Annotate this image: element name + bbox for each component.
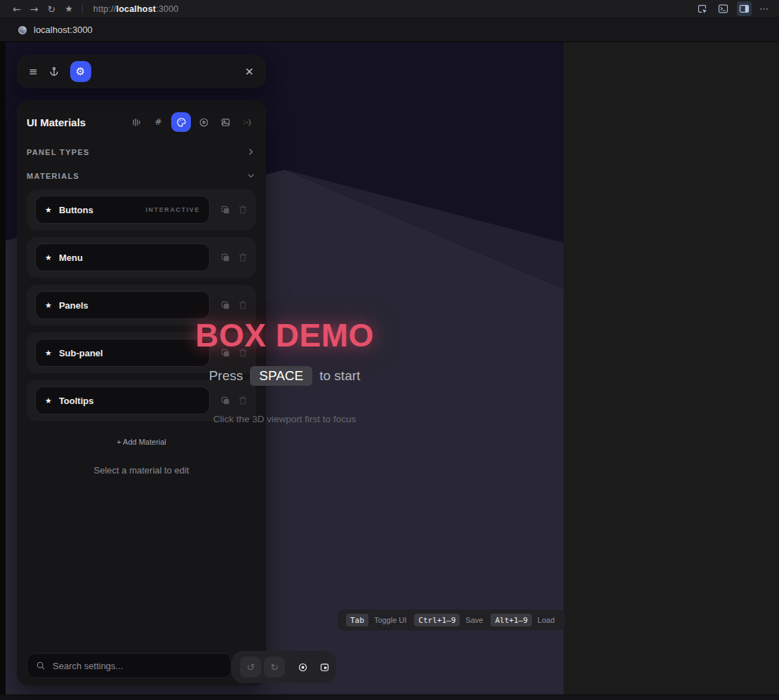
browser-toolbar: ← → ↻ ★ http://localhost:3000 ⋯ (0, 0, 779, 18)
material-item-buttons[interactable]: ★ Buttons INTERACTIVE (35, 196, 210, 224)
window-background-bottom (0, 694, 779, 700)
trash-icon[interactable] (237, 347, 248, 358)
material-label: Sub-panel (59, 348, 103, 358)
trash-icon[interactable] (237, 395, 248, 406)
material-item-panels[interactable]: ★ Panels (35, 291, 210, 319)
star-icon: ★ (45, 206, 52, 214)
quick-actions-group: ↺ ↻ (232, 651, 336, 683)
window-background-right (564, 42, 779, 694)
url-host: localhost (116, 4, 157, 14)
trash-icon[interactable] (237, 299, 248, 311)
row-actions (220, 204, 248, 215)
toolbar-divider (82, 4, 83, 13)
row-actions (220, 347, 248, 358)
more-menu-icon[interactable]: ⋯ (758, 4, 771, 13)
empty-selection-hint: Select a material to edit (17, 465, 266, 476)
panel-spacer (17, 476, 266, 653)
play-circle-icon[interactable] (195, 114, 213, 131)
material-row: ★ Buttons INTERACTIVE (27, 189, 256, 230)
material-item-menu[interactable]: ★ Menu (35, 243, 210, 271)
material-row: ★ Menu (27, 237, 256, 278)
floating-toolbar: ≡ ⚙ × (17, 55, 266, 88)
terminal-icon[interactable] (716, 1, 731, 16)
duplicate-icon[interactable] (220, 252, 231, 263)
panel-header-tools: # (128, 112, 256, 132)
chevron-right-icon (246, 147, 255, 156)
row-actions (220, 299, 248, 311)
sidebar-panel-icon[interactable] (737, 1, 752, 16)
smiley-icon[interactable]: :-) (239, 114, 256, 131)
sliders-icon[interactable] (128, 114, 145, 131)
trash-icon[interactable] (237, 204, 248, 215)
material-row: ★ Sub-panel (27, 332, 256, 373)
star-icon: ★ (45, 397, 52, 405)
hint-save: Save (465, 616, 483, 624)
hamburger-menu-icon[interactable]: ≡ (29, 67, 38, 77)
chevron-down-icon (246, 171, 255, 180)
material-label: Menu (59, 253, 83, 263)
record-target-icon[interactable] (298, 662, 308, 673)
back-icon[interactable]: ← (13, 4, 21, 14)
star-icon: ★ (45, 349, 52, 357)
star-icon: ★ (45, 302, 52, 309)
inspect-element-icon[interactable] (695, 1, 710, 16)
materials-list: ★ Buttons INTERACTIVE (17, 188, 266, 428)
duplicate-icon[interactable] (220, 299, 231, 311)
shortcut-hints-bar: Tab Toggle UI Ctrl+1–9 Save Alt+1–9 Load (338, 610, 565, 631)
globe-favicon (18, 25, 27, 35)
devtools-buttons: ⋯ (695, 1, 771, 16)
duplicate-icon[interactable] (220, 347, 231, 358)
material-label: Panels (59, 300, 88, 311)
reload-icon[interactable]: ↻ (47, 4, 55, 14)
add-material-button[interactable]: + Add Material (17, 438, 266, 446)
material-label: Tooltips (59, 396, 94, 406)
search-row (17, 653, 266, 685)
undo-button[interactable]: ↺ (240, 657, 261, 678)
section-label: MATERIALS (27, 172, 79, 180)
url-scheme: http:// (93, 4, 116, 14)
section-materials[interactable]: MATERIALS (17, 164, 266, 188)
left-gutter (0, 42, 6, 700)
url-port: :3000 (156, 4, 178, 14)
kbd-alt-1-9: Alt+1–9 (491, 614, 531, 626)
page-content: ≡ ⚙ × UI Materials # (0, 42, 779, 700)
search-settings-input[interactable] (51, 660, 222, 672)
panel-title: UI Materials (27, 116, 86, 128)
material-item-sub-panel[interactable]: ★ Sub-panel (35, 339, 210, 367)
section-panel-types[interactable]: PANEL TYPES (17, 140, 266, 164)
section-label: PANEL TYPES (27, 148, 90, 156)
hash-icon[interactable]: # (149, 114, 167, 131)
kbd-tab: Tab (346, 614, 368, 626)
address-bar[interactable]: http://localhost:3000 (93, 4, 179, 14)
panel-header: UI Materials # (17, 100, 266, 140)
duplicate-icon[interactable] (220, 395, 231, 406)
tab-bar: localhost:3000 (0, 18, 779, 42)
kbd-ctrl-1-9: Ctrl+1–9 (414, 614, 460, 626)
duplicate-icon[interactable] (220, 204, 231, 215)
material-row: ★ Tooltips (27, 380, 256, 421)
palette-icon[interactable] (171, 112, 191, 132)
trash-icon[interactable] (237, 252, 248, 263)
image-icon[interactable] (217, 114, 234, 131)
material-item-tooltips[interactable]: ★ Tooltips (35, 386, 210, 415)
redo-button[interactable]: ↻ (264, 657, 285, 678)
row-actions (220, 252, 248, 263)
ui-materials-panel: UI Materials # (17, 100, 266, 685)
forward-icon[interactable]: → (30, 4, 39, 14)
anchor-icon[interactable] (48, 66, 60, 77)
hint-toggle-ui: Toggle UI (374, 616, 406, 624)
bookmark-star-icon[interactable]: ★ (65, 4, 73, 13)
search-settings-box[interactable] (27, 653, 232, 678)
hint-load: Load (538, 616, 554, 624)
search-icon (36, 661, 46, 671)
row-actions (220, 395, 248, 406)
material-row: ★ Panels (27, 285, 256, 325)
settings-gear-button[interactable]: ⚙ (70, 61, 91, 82)
material-label: Buttons (59, 205, 93, 215)
interactive-badge: INTERACTIVE (145, 206, 200, 213)
viewport-toggle-icon[interactable] (319, 662, 330, 673)
star-icon: ★ (45, 254, 52, 262)
close-icon[interactable]: × (245, 66, 254, 77)
tab-title[interactable]: localhost:3000 (34, 25, 93, 35)
